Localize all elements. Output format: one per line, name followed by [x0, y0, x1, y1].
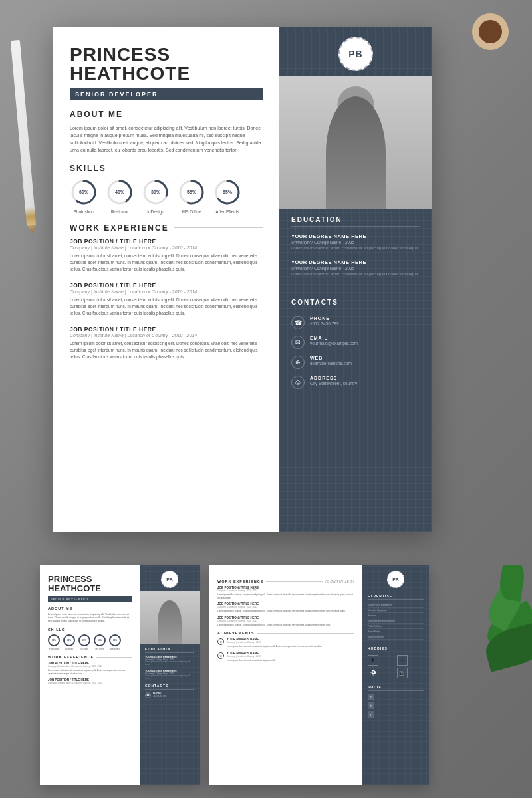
mini-expertise-section: EXPERTISE Global Project Management Comp… [362, 591, 429, 643]
mini-contact-title: CONTACTS [145, 684, 194, 690]
hobby-3: ⚽ [368, 668, 378, 678]
skill-pct-indesign: 30% [142, 178, 170, 206]
photo-placeholder [279, 76, 432, 209]
mini-job-company-2: Company | Institute Name | Location or C… [48, 682, 132, 684]
expertise-4: Object-oriented Methodologies [368, 618, 424, 624]
job-title: SENIOR DEVELOPER [70, 88, 263, 100]
mini-about-line [75, 608, 132, 608]
mini-phone-icon: ☎ [145, 692, 151, 698]
job-entry-2: JOB POSITION / TITLE HERE Company | Inst… [70, 282, 263, 317]
photo-figure [326, 96, 386, 209]
mini-hobbies-title: HOBBIES [368, 646, 424, 652]
expertise-3: Brochure [368, 613, 424, 618]
edu-entry-1: YOUR DEGREE NAME HERE University / Colle… [291, 233, 420, 251]
mini-left-1: PRINCESSHEATHCOTE SENIOR DEVELOPER ABOUT… [40, 565, 140, 785]
about-divider [128, 114, 263, 114]
skill-indesign: 30% InDesign [142, 178, 170, 214]
email-label: EMAIL [310, 336, 358, 340]
monogram-area: PB [279, 27, 432, 76]
mini-job-company-1: Company | Institute Name | Location or C… [48, 665, 132, 668]
mini-skills-title: SKILLS [48, 628, 65, 632]
skill-illustrator: 40% Illustrator [106, 178, 134, 214]
social-tw-icon: t [368, 702, 374, 709]
mini-title-1: SENIOR DEVELOPER [48, 596, 132, 602]
skill-name-aftereffects: After Effects [215, 209, 239, 214]
edu-degree-1: YOUR DEGREE NAME HERE [291, 233, 420, 239]
skill-name-msoffice: MS Office [182, 209, 201, 214]
mini-circle-5: 65% [109, 634, 121, 646]
mini-skill-1: 60% Photoshop [48, 634, 60, 650]
mini-monogram-2: PB [362, 565, 429, 591]
mini-award-1: ★ YOUR AWARDS NAME Company | Location or… [217, 638, 354, 648]
expertise-6: Report Writing [368, 629, 424, 634]
mini-skills-line [68, 630, 132, 630]
mini-achievements-header: ACHIEVEMENTS [217, 631, 354, 635]
email-value: yourmaid@example.com [310, 341, 358, 346]
address-label: ADDRESS [310, 376, 357, 380]
skill-circle-photoshop: 60% [70, 178, 98, 206]
mini-circle-3: 30% [78, 634, 90, 646]
mini-work-header: WORK EXPERIENCE [48, 655, 132, 659]
mini-edu-1: YOUR DEGREE NAME HERE University / Colle… [145, 656, 194, 666]
social-li: in [368, 711, 424, 718]
mini-social-section: SOCIAL f t in [362, 682, 429, 723]
award-icon-1: ★ [217, 638, 224, 645]
name-section: PRINCESS HEATHCOTE SENIOR DEVELOPER [70, 45, 263, 100]
job-entry-1: JOB POSITION / TITLE HERE Company | Inst… [70, 238, 263, 273]
last-name: HEATHCOTE [70, 64, 263, 84]
coffee-cup-decoration [472, 13, 509, 50]
work-section-header: WORK EXPERIENCE [70, 223, 263, 233]
mini-work-title: WORK EXPERIENCE [48, 655, 94, 659]
edu-school-2: University / College Name - 2015 [291, 266, 420, 271]
mini-job-1: JOB POSITION / TITLE HERE Company | Inst… [48, 662, 132, 675]
skill-pct-aftereffects: 65% [213, 178, 241, 206]
mini-about-text: Lorem ipsum dolor sit amet, consectetur … [48, 613, 132, 624]
mini-mono-circle-2: PB [387, 571, 404, 588]
mini-circle-1: 60% [48, 634, 60, 646]
mini-left-2: WORK EXPERIENCE (CONTINUED) JOB POSITION… [209, 565, 362, 785]
social-fb: f [368, 694, 424, 700]
edu-entry-2: YOUR DEGREE NAME HERE University / Colle… [291, 259, 420, 277]
continued-label: (CONTINUED) [325, 579, 354, 583]
phone-label: PHONE [310, 316, 339, 321]
contacts-section: CONTACTS ☎ PHONE +012 3456 789 ✉ EMAIL y… [279, 292, 432, 402]
work-title: WORK EXPERIENCE [70, 223, 169, 233]
mini-edu-2: YOUR DEGREE NAME HERE University / Colle… [145, 670, 194, 680]
mini-skill-5: 65% After Effects [109, 634, 121, 650]
job-company-3: Company | Institute Name | Location or C… [70, 333, 263, 338]
mini-resume-1: PRINCESSHEATHCOTE SENIOR DEVELOPER ABOUT… [40, 565, 200, 785]
web-label: WEB [310, 356, 352, 360]
contacts-title: CONTACTS [291, 299, 420, 309]
skill-photoshop: 60% Photoshop [70, 178, 98, 214]
mini-skill-3: 30% InDesign [78, 634, 90, 650]
skill-pct-photoshop: 60% [70, 178, 98, 206]
expertise-5: Public Relations [368, 624, 424, 629]
mini-about-header: ABOUT ME [48, 606, 132, 610]
job-title-1: JOB POSITION / TITLE HERE [70, 238, 263, 245]
edu-desc-2: Lorem ipsum dolor sit amet, consectetur … [291, 271, 420, 277]
mini-job-2: JOB POSITION / TITLE HERE Company | Inst… [48, 678, 132, 684]
mini-right-2: PB EXPERTISE Global Project Management C… [362, 565, 429, 785]
social-fb-icon: f [368, 694, 374, 700]
mini-achievements-line [257, 633, 354, 634]
skill-aftereffects: 65% After Effects [213, 178, 241, 214]
job-desc-1: Lorem ipsum dolor sit amet, consectetur … [70, 253, 263, 273]
mini-contact-phone: ☎ PHONE: +012 3456 789 [145, 692, 194, 698]
skill-name-illustrator: Illustrator [111, 209, 129, 214]
mini-skills-row: 60% Photoshop 40% Illustrator 30% InDesi… [48, 634, 132, 650]
mini-mono-circle-1: PB [161, 571, 178, 588]
mini-work-line [96, 657, 132, 658]
mini-hobbies-section: HOBBIES ✈ ♪ ⚽ 📷 [362, 643, 429, 682]
first-name: PRINCESS [70, 45, 263, 64]
skill-pct-illustrator: 40% [106, 178, 134, 206]
education-title: EDUCATION [291, 216, 420, 227]
skill-circle-illustrator: 40% [106, 178, 134, 206]
mini-monogram-1: PB [140, 565, 200, 591]
hobby-4: 📷 [397, 668, 408, 678]
about-title: ABOUT ME [70, 110, 123, 119]
monogram: PB [338, 37, 373, 71]
hobby-2: ♪ [397, 655, 408, 666]
mini-job-desc-1: Lorem ipsum dolor sit amet, consectetur … [48, 669, 132, 675]
phone-icon: ☎ [291, 316, 305, 329]
skill-circle-aftereffects: 65% [213, 178, 241, 206]
